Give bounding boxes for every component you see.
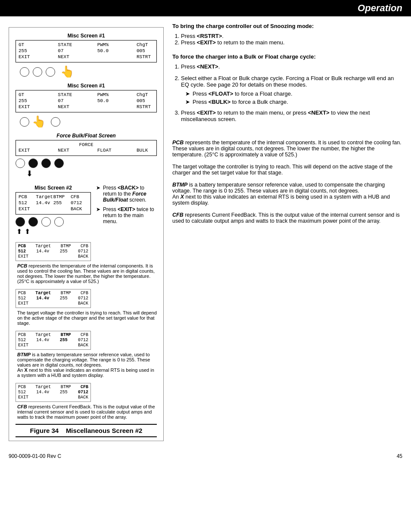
force-step-3: Press <EXIT> to return to the main menu,…: [181, 109, 402, 122]
misc2-back-item: ➤ Press <BACK> to return to the Force Bu…: [96, 185, 157, 203]
pcb-info-text: PCB represents the temperature of the in…: [16, 263, 157, 284]
snooze-section: To bring the charge controller out of Sn…: [172, 23, 402, 46]
page-title: Operation: [358, 3, 402, 13]
led-8: [41, 159, 51, 168]
force-section: To force the charger into a Bulk or Floa…: [172, 53, 402, 122]
misc-screen1-top-btns: EXIT NEXT RSTRT: [19, 54, 154, 59]
misc-screen1-bottom-values: 255 07 50.0 005: [19, 98, 154, 103]
snooze-steps: Press <RSTRT>. Press <EXIT> to return to…: [172, 33, 402, 46]
finger-icon-2: 👆: [32, 115, 46, 128]
target-screen-group: PCB Target BTMP CFB 512 14.4v 255 0712: [16, 289, 157, 326]
pcb-screen-box: PCB Target BTMP CFB 512 14.4v 255 0712: [16, 242, 91, 261]
finger-icon: 👆: [60, 65, 74, 78]
force-bulk-leds: ⬇: [16, 159, 157, 178]
left-panel: Misc Screen #1 GT STATE PWM% ChgT 255 07…: [9, 23, 164, 443]
misc-screen1-top-headers: GT STATE PWM% ChgT: [19, 42, 154, 47]
led-4: [20, 117, 29, 127]
misc-screen1-top-box: GT STATE PWM% ChgT 255 07 50.0 005 EXIT …: [16, 40, 157, 62]
figure-caption: Figure 34 Miscellaneous Screen #2: [16, 424, 157, 437]
led-9: [54, 159, 64, 168]
page-header: Operation: [0, 0, 411, 16]
misc-screen1-bottom-group: Misc Screen #1 GT STATE PWM% ChgT 255 07…: [16, 83, 157, 128]
misc-screen2-values: 512 14.4v 255 0712: [19, 200, 88, 205]
misc-screen2-btns: EXIT BACK: [19, 206, 88, 212]
misc-screen1-top-group: Misc Screen #1 GT STATE PWM% ChgT 255 07…: [16, 33, 157, 78]
footer-left: 900-0009-01-00 Rev C: [9, 453, 61, 459]
btmp-screen-box: PCB Target BTMP CFB 512 14.4v 255 0712: [16, 331, 91, 350]
target-info-text: The target voltage the controller is try…: [16, 310, 157, 326]
led-6: [16, 159, 25, 168]
footer-right: 45: [397, 453, 402, 459]
led-1: [20, 67, 29, 77]
misc-screen2-box: PCB Target BTMP CFB 512 14.4v 255 0712: [16, 192, 91, 215]
misc-screen1-bottom-box: GT STATE PWM% ChgT 255 07 50.0 005 EXIT …: [16, 90, 157, 112]
led-3: [46, 67, 55, 77]
force-center-text: FORCE: [19, 142, 154, 147]
misc-screen1-bottom-headers: GT STATE PWM% ChgT: [19, 92, 154, 97]
led-5: [51, 117, 60, 127]
misc2-exit-item: ➤ Press <EXIT> twice to return to the ma…: [96, 206, 157, 224]
snooze-step-1: Press <RSTRT>.: [181, 33, 402, 39]
led-10: [16, 217, 25, 227]
main-content: Misc Screen #1 GT STATE PWM% ChgT 255 07…: [0, 16, 411, 450]
misc-screen1-top-values: 255 07 50.0 005: [19, 48, 154, 53]
misc-screen1-top-label: Misc Screen #1: [16, 33, 157, 39]
force-bulk-screen-group: Force Bulk/Float Screen FORCE EXIT NEXT …: [16, 133, 157, 178]
force-bulk-screen-label: Force Bulk/Float Screen: [16, 133, 157, 139]
btmp-info-text: BTMP is a battery temperature sensor ref…: [16, 352, 157, 378]
force-substeps: ➤ Press <FLOAT> to force a Float charge.…: [181, 90, 402, 105]
misc-screen2-group: Misc Screen #2 PCB Target BTMP CFB 512 1…: [16, 185, 157, 236]
page-footer: 900-0009-01-00 Rev C 45: [0, 450, 411, 463]
figure-container: Misc Screen #1 GT STATE PWM% ChgT 255 07…: [9, 27, 164, 441]
force-step-2: Select either a Float or Bulk charge cyc…: [181, 75, 402, 105]
target-right-info: The target voltage the controller is try…: [172, 164, 402, 176]
cfb-info-text: CFB represents Current FeedBack. This is…: [16, 404, 157, 420]
target-screen-row: PCB Target BTMP CFB 512 14.4v 255 0712: [16, 289, 157, 326]
snooze-heading: To bring the charge controller out of Sn…: [172, 23, 402, 29]
force-bulk-screen-box: FORCE EXIT NEXT FLOAT BULK: [16, 140, 157, 156]
down-arrow: ⬇: [16, 169, 157, 178]
force-substep-bulk: ➤ Press <BULK> to force a Bulk charge.: [185, 99, 402, 105]
misc-screen2-label: Misc Screen #2: [16, 185, 91, 191]
misc-screen1-bottom-leds: 👆: [20, 115, 157, 128]
force-heading: To force the charger into a Bulk or Floa…: [172, 53, 402, 60]
force-bulk-btns: EXIT NEXT FLOAT BULK: [19, 148, 154, 153]
led-12: [41, 217, 51, 227]
misc-screen1-top-leds: 👆: [20, 65, 157, 78]
force-steps: Press <NEXT>. Select either a Float or B…: [172, 63, 402, 122]
force-step-1: Press <NEXT>.: [181, 63, 402, 70]
btmp-screen-row: PCB Target BTMP CFB 512 14.4v 255 0712: [16, 331, 157, 378]
force-substep-float: ➤ Press <FLOAT> to force a Float charge.: [185, 90, 402, 97]
bottom-screens-row: PCB Target BTMP CFB 512 14.4v 255 0712: [16, 242, 157, 284]
snooze-step-2: Press <EXIT> to return to the main menu.: [181, 39, 402, 46]
cfb-screen-row: PCB Target BTMP CFB 512 14.4v 255 0712: [16, 383, 157, 420]
misc-screen2-right-text: ➤ Press <BACK> to return to the Force Bu…: [96, 185, 157, 228]
cfb-screen-group: PCB Target BTMP CFB 512 14.4v 255 0712: [16, 383, 157, 420]
btmp-screen-group: PCB Target BTMP CFB 512 14.4v 255 0712: [16, 331, 157, 378]
misc-screen2-headers: PCB Target BTMP CFB: [19, 194, 88, 199]
led-11: [28, 217, 38, 227]
target-screen-box: PCB Target BTMP CFB 512 14.4v 255 0712: [16, 289, 91, 308]
led-7: [28, 159, 38, 168]
led-2: [33, 67, 42, 77]
pcb-screen-group: PCB Target BTMP CFB 512 14.4v 255 0712: [16, 242, 157, 284]
cfb-screen-box: PCB Target BTMP CFB 512 14.4v 255 0712: [16, 383, 91, 402]
right-panel: To bring the charge controller out of Sn…: [172, 23, 402, 443]
misc-screen2-left: Misc Screen #2 PCB Target BTMP CFB 512 1…: [16, 185, 91, 236]
pcb-right-info: PCB represents the temperature of the in…: [172, 140, 402, 158]
btmp-right-info: BTMP is a battery temperature sensor ref…: [172, 182, 402, 206]
misc-screen1-bottom-label: Misc Screen #1: [16, 83, 157, 89]
misc-screen1-bottom-btns: EXIT NEXT RSTRT: [19, 104, 154, 109]
led-13: [54, 217, 64, 227]
misc-screen2-leds: ⬆ ⬆: [16, 217, 91, 236]
cfb-right-info: CFB represents Current FeedBack. This is…: [172, 212, 402, 224]
